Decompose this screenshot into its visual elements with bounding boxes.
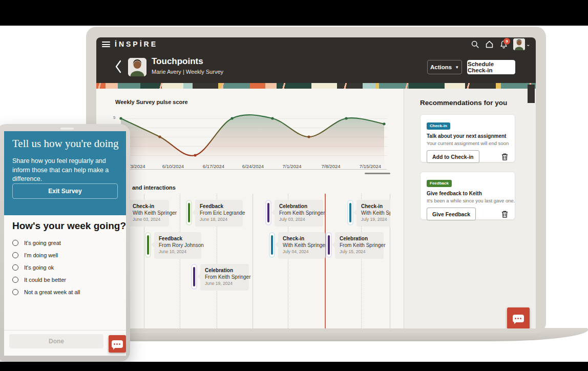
- back-icon[interactable]: [115, 60, 122, 73]
- schedule-checkin-button[interactable]: Schedule Check-in: [467, 60, 515, 74]
- event-who: From Keith Springer: [340, 242, 379, 248]
- event-date: June 19, 2024: [205, 281, 244, 286]
- event-type: Celebration: [340, 236, 379, 241]
- event-type: Feedback: [200, 203, 238, 209]
- radio-button[interactable]: [12, 240, 18, 246]
- app-logo: İNSPİRE: [115, 40, 158, 48]
- actions-button[interactable]: Actions ▼: [427, 60, 462, 74]
- chevron-down-icon: ▼: [455, 65, 459, 70]
- x-axis-tick: 7/8/2024: [316, 163, 346, 169]
- feedback-badge: Feedback: [427, 180, 452, 187]
- employee-avatar: [128, 58, 146, 76]
- event-who: From Eric Legrande: [200, 210, 238, 216]
- option-label: I'm doing well: [24, 252, 58, 258]
- hamburger-menu-icon[interactable]: [102, 42, 110, 47]
- recommendation-card: Feedback Give feedback to Keith It's bee…: [420, 172, 515, 220]
- celebration-marker: [326, 232, 332, 258]
- give-feedback-button[interactable]: Give Feedback: [427, 208, 476, 220]
- check-in-marker: [347, 200, 353, 225]
- event-who: From Keith Springer: [205, 274, 244, 280]
- notification-badge: 9: [503, 38, 510, 45]
- event-who: With Keith Springer: [133, 210, 164, 216]
- recommendation-subtitle: It's been a while since you last gave on…: [427, 198, 509, 203]
- chart-scrollbar-thumb[interactable]: [365, 173, 390, 174]
- recommendations-panel: Recommendations for you Check-in Talk ab…: [404, 89, 536, 328]
- event-who: With Keith Springer: [361, 210, 390, 216]
- add-to-checkin-button[interactable]: Add to Check-in: [427, 150, 479, 163]
- actions-button-label: Actions: [430, 64, 452, 70]
- celebration-marker: [191, 264, 197, 290]
- radio-button[interactable]: [12, 252, 18, 258]
- celebration-marker: [265, 200, 271, 225]
- survey-header-body: Share how you feel regularly and inform …: [12, 157, 119, 184]
- pulse-score-chart: [96, 89, 404, 186]
- interactions-timeline: and interactions Check-in With Keith Spr…: [96, 181, 390, 328]
- recommendation-title: Talk about your next assignment: [427, 133, 509, 139]
- letterbox-bottom: [0, 362, 588, 371]
- survey-option[interactable]: Not a great week at all: [12, 289, 80, 295]
- footer-divider: [4, 330, 126, 331]
- done-button[interactable]: Done: [9, 334, 103, 348]
- page-title: Touchpoints: [152, 56, 203, 67]
- x-axis-tick: 7/1/2024: [277, 163, 307, 169]
- option-label: Not a great week at all: [24, 289, 80, 295]
- option-label: It could be better: [24, 277, 66, 283]
- x-axis-tick: 6/17/2024: [198, 163, 229, 169]
- x-axis-tick: 6/10/2024: [158, 163, 188, 169]
- timeline-gridline: [180, 194, 180, 328]
- x-axis-tick: 7/15/2024: [355, 163, 386, 169]
- survey-screen: Tell us how you're doing Share how you f…: [4, 131, 126, 356]
- user-avatar[interactable]: [513, 38, 525, 50]
- event-who: From Keith Springer: [279, 210, 319, 216]
- event-type: Celebration: [279, 203, 319, 209]
- survey-option[interactable]: It could be better: [12, 277, 66, 283]
- trash-icon[interactable]: [501, 210, 509, 218]
- event-date: June 18, 2024: [200, 217, 238, 222]
- event-date: July 04, 2024: [283, 249, 321, 254]
- recommendation-title: Give feedback to Keith: [427, 191, 509, 196]
- chat-fab[interactable]: [507, 307, 530, 328]
- event-date: June 10, 2024: [159, 249, 197, 254]
- option-label: It's going ok: [24, 264, 54, 271]
- event-type: Feedback: [159, 236, 197, 241]
- trash-icon[interactable]: [501, 153, 509, 161]
- chat-bubble-icon: [513, 315, 524, 322]
- recommendation-card: Check-in Talk about your next assignment…: [420, 114, 515, 162]
- feedback-marker: [186, 200, 192, 225]
- event-date: June 03, 2024: [133, 217, 164, 222]
- check-in-marker: [269, 232, 275, 258]
- radio-button[interactable]: [12, 289, 18, 295]
- survey-option[interactable]: It's going great: [12, 240, 61, 246]
- option-label: It's going great: [24, 240, 61, 246]
- survey-question: How's your week going?: [12, 220, 126, 232]
- timeline-title: and interactions: [132, 184, 176, 191]
- laptop-screen: İNSPİRE 9 ⌄: [96, 37, 536, 328]
- home-icon[interactable]: [485, 40, 494, 49]
- survey-header: Tell us how you're doing Share how you f…: [4, 131, 126, 215]
- chevron-down-icon[interactable]: ⌄: [526, 42, 530, 47]
- survey-header-title: Tell us how you're doing: [12, 137, 119, 150]
- app-top-bar: İNSPİRE 9 ⌄: [96, 37, 536, 51]
- stage: İNSPİRE 9 ⌄: [0, 0, 588, 371]
- event-date: July 03, 2024: [279, 217, 319, 222]
- device-speaker: [60, 128, 74, 130]
- radio-button[interactable]: [12, 277, 18, 283]
- event-who: With Keith Springer: [283, 242, 321, 248]
- recommendation-subtitle: Your current assignment will end soon: [427, 140, 509, 146]
- survey-option[interactable]: It's going ok: [12, 264, 54, 271]
- decorative-banner: [96, 83, 536, 89]
- chat-bubble-icon: [112, 340, 123, 348]
- survey-device-frame: Tell us how you're doing Share how you f…: [0, 124, 130, 362]
- search-icon[interactable]: [471, 40, 479, 49]
- survey-option[interactable]: I'm doing well: [12, 252, 58, 258]
- chat-fab[interactable]: [109, 335, 126, 353]
- recommendations-title: Recommendations for you: [420, 99, 507, 107]
- timeline-today-line: [325, 194, 326, 328]
- event-date: July 19, 2024: [361, 217, 390, 222]
- event-who: From Rory Johnson: [159, 242, 197, 248]
- schedule-checkin-label: Schedule Check-in: [468, 61, 515, 73]
- exit-survey-button[interactable]: Exit Survey: [12, 183, 118, 199]
- event-type: Check-in: [133, 203, 164, 209]
- scrollbar-thumb[interactable]: [528, 85, 535, 103]
- radio-button[interactable]: [12, 264, 18, 271]
